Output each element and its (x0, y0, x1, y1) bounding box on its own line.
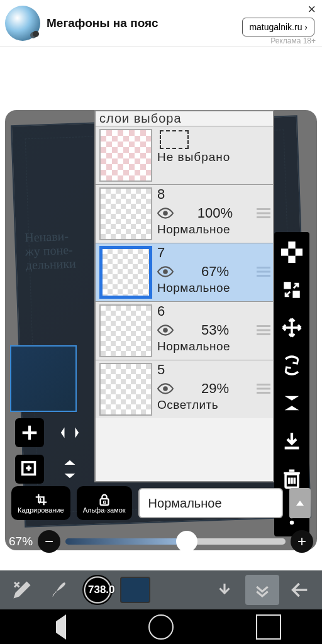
ad-banner[interactable]: Мегафоны на пояс matugalnik.ru › × Рекла… (0, 0, 322, 47)
layer-row[interactable]: 8 100% Нормальное (96, 184, 273, 243)
layer-thumb (99, 363, 152, 416)
layer-opacity: 67% (179, 264, 252, 280)
layer-actions-bar: Кадрирование α Альфа-замок Нормальное (11, 486, 311, 520)
back-arrow-icon[interactable] (283, 575, 317, 605)
svg-rect-7 (288, 248, 295, 255)
svg-rect-9 (296, 256, 303, 263)
opacity-slider[interactable] (65, 538, 286, 545)
nav-back[interactable] (41, 614, 66, 640)
add-layer-button[interactable] (15, 418, 44, 447)
layer-thumb (99, 129, 152, 182)
layer-opacity: 100% (179, 205, 252, 221)
opacity-value: 67% (9, 535, 33, 548)
ad-meta: Реклама 18+ (270, 36, 316, 45)
move-icon[interactable] (278, 314, 306, 341)
download-icon[interactable] (208, 575, 242, 605)
drag-handle-icon[interactable] (257, 384, 270, 394)
flip-horizontal-icon[interactable] (55, 418, 84, 447)
ad-link-button[interactable]: matugalnik.ru › (242, 18, 314, 36)
layer-blend-mode: Осветлить (157, 398, 270, 412)
layer-blend-mode: Нормальное (157, 281, 270, 295)
layer-blend-mode: Нормальное (157, 340, 270, 353)
rotate-icon[interactable] (278, 352, 306, 379)
canvas-viewport[interactable]: Ненави- жу поне- дельники слои выбора (0, 47, 322, 570)
layer-thumb (99, 304, 152, 357)
svg-rect-10 (284, 282, 291, 289)
flip-vertical-icon[interactable] (55, 455, 84, 484)
layer-row[interactable]: 5 29% Осветлить (96, 360, 273, 418)
layer-number: 7 (157, 245, 270, 261)
svg-rect-8 (281, 256, 288, 263)
svg-rect-5 (281, 242, 288, 248)
svg-point-16 (163, 211, 168, 216)
mirror-vertical-icon[interactable] (278, 389, 306, 417)
close-icon[interactable]: × (308, 1, 316, 18)
ad-title: Мегафоны на пояс (47, 16, 158, 30)
layer-thumb (99, 187, 152, 240)
import-icon[interactable] (278, 427, 306, 455)
drag-handle-icon[interactable] (257, 208, 270, 218)
slider-thumb[interactable] (176, 531, 197, 552)
svg-point-17 (163, 269, 168, 274)
nav-home[interactable] (148, 614, 174, 640)
visibility-icon[interactable] (157, 208, 174, 219)
brush-switch-icon[interactable] (5, 575, 39, 605)
opacity-increase[interactable]: + (291, 530, 313, 553)
nav-recent[interactable] (256, 614, 281, 640)
layer-number: 5 (157, 362, 270, 378)
layers-header: слои выбора (96, 111, 273, 126)
drag-handle-icon[interactable] (257, 267, 270, 277)
opacity-decrease[interactable]: − (38, 530, 60, 553)
svg-point-15 (290, 521, 294, 525)
brush-size-value: 738.0 (88, 584, 115, 596)
layer-opacity: 29% (179, 380, 252, 397)
layer-number: 8 (157, 186, 270, 203)
layer-number: 6 (157, 303, 270, 319)
layer-opacity: 53% (179, 322, 252, 338)
checkerboard-icon[interactable] (278, 238, 306, 266)
visibility-icon[interactable] (157, 383, 174, 394)
no-selection-label: Не выбрано (157, 150, 270, 164)
svg-point-18 (163, 328, 168, 333)
svg-rect-11 (292, 291, 299, 297)
alpha-lock-button[interactable]: α Альфа-замок (77, 486, 132, 520)
drag-handle-icon[interactable] (257, 325, 270, 335)
svg-text:α: α (103, 499, 106, 505)
layer-row[interactable]: 6 53% Нормальное (96, 301, 273, 360)
system-navbar (0, 609, 322, 644)
ad-product-icon (5, 6, 40, 41)
duplicate-layer-button[interactable] (15, 455, 44, 484)
crop-button[interactable]: Кадрирование (11, 486, 70, 520)
layer-row-selected[interactable]: 7 67% Нормальное (96, 243, 273, 301)
navigator-thumbnail[interactable] (10, 345, 77, 412)
color-swatch[interactable] (118, 575, 152, 605)
layer-blend-mode: Нормальное (157, 223, 270, 236)
opacity-slider-row: 67% − + (9, 526, 313, 557)
visibility-icon[interactable] (157, 325, 174, 336)
reset-view-icon[interactable] (278, 276, 306, 304)
blend-mode-select[interactable]: Нормальное (138, 488, 283, 518)
layers-panel: слои выбора Не выбрано 8 100% Нормальное (94, 110, 274, 482)
layers-toggle-icon[interactable] (245, 575, 279, 605)
blend-mode-expand[interactable] (289, 488, 311, 518)
selection-layer-row[interactable]: Не выбрано (96, 126, 273, 184)
bottom-toolbar: 738.0 (0, 570, 322, 609)
brush-tool-icon[interactable] (43, 575, 77, 605)
selection-marquee-icon (160, 130, 189, 149)
svg-point-19 (163, 386, 168, 391)
visibility-icon[interactable] (157, 266, 174, 277)
layer-thumb (99, 246, 152, 299)
svg-rect-6 (296, 242, 303, 248)
